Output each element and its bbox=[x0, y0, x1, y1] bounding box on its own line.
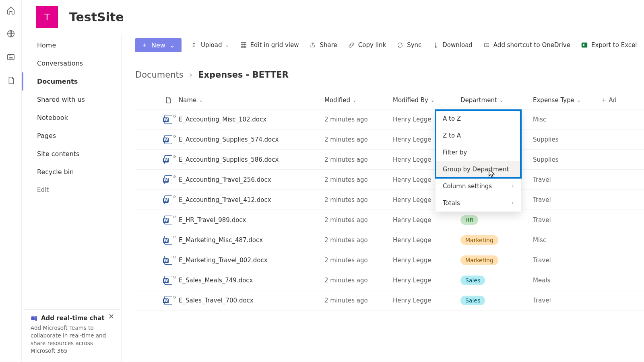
share-button[interactable]: Share bbox=[308, 39, 339, 51]
share-label: Share bbox=[320, 41, 337, 49]
modified-cell: 2 minutes ago bbox=[324, 176, 393, 183]
table-row[interactable]: ⟳E_Accounting_Misc_102.docx 2 minutes ag… bbox=[135, 109, 644, 130]
add-col-label: Ad bbox=[609, 97, 617, 104]
nav-home[interactable]: Home bbox=[22, 36, 121, 54]
department-cell: Marketing bbox=[460, 255, 533, 265]
nav-documents[interactable]: Documents bbox=[22, 72, 121, 90]
grid-icon bbox=[240, 41, 247, 49]
home-icon[interactable] bbox=[6, 6, 16, 15]
nav-conversations[interactable]: Conversations bbox=[22, 54, 121, 72]
word-doc-icon bbox=[164, 236, 172, 245]
new-label: New bbox=[151, 41, 165, 49]
site-title: TestSite bbox=[69, 10, 124, 24]
globe-icon[interactable] bbox=[6, 29, 16, 39]
file-name-cell[interactable]: ⟳E_Sales_Meals_749.docx bbox=[177, 277, 324, 284]
word-doc-icon bbox=[164, 175, 172, 184]
chevron-right-icon: › bbox=[512, 200, 514, 206]
department-cell: Marketing bbox=[460, 235, 533, 245]
add-shortcut-button[interactable]: Add shortcut to OneDrive bbox=[481, 39, 572, 51]
table-row[interactable]: ⟳E_Accounting_Travel_412.docx 2 minutes … bbox=[135, 190, 644, 210]
column-modified-header[interactable]: Modified⌄ bbox=[324, 97, 393, 104]
upload-button[interactable]: ↥ Upload ⌄ bbox=[189, 39, 231, 51]
column-modifiedby-header[interactable]: Modified By⌄ bbox=[393, 97, 460, 104]
column-context-menu: A to Z Z to A Filter by Group by Departm… bbox=[436, 110, 521, 212]
sync-status-icon: ⟳ bbox=[173, 154, 176, 159]
expensetype-cell: Travel bbox=[533, 176, 601, 183]
new-button[interactable]: ＋ New ⌄ bbox=[135, 38, 182, 52]
table-row[interactable]: ⟳E_Sales_Travel_700.docx 2 minutes ago H… bbox=[135, 290, 644, 311]
breadcrumb-leaf: Expenses - BETTER bbox=[198, 70, 289, 80]
chevron-right-icon: › bbox=[189, 70, 192, 80]
column-name-header[interactable]: Name⌄ bbox=[177, 97, 324, 104]
file-name-cell[interactable]: ⟳E_Sales_Travel_700.docx bbox=[177, 297, 324, 304]
nav-edit[interactable]: Edit bbox=[22, 181, 121, 199]
word-doc-icon bbox=[164, 296, 172, 305]
teams-promo-title: Add real-time chat bbox=[41, 315, 105, 322]
shortcut-icon bbox=[483, 41, 490, 49]
edit-grid-button[interactable]: Edit in grid view bbox=[238, 39, 301, 51]
column-expensetype-header[interactable]: Expense Type⌄ bbox=[533, 97, 601, 104]
copy-link-button[interactable]: Copy link bbox=[346, 39, 388, 51]
modified-cell: 2 minutes ago bbox=[324, 257, 393, 264]
menu-totals[interactable]: Totals› bbox=[436, 195, 521, 212]
download-label: Download bbox=[442, 41, 473, 49]
department-pill: Marketing bbox=[460, 235, 498, 245]
file-name-cell[interactable]: ⟳E_Accounting_Travel_256.docx bbox=[177, 176, 324, 183]
expensetype-cell: Travel bbox=[533, 297, 601, 304]
department-pill: Sales bbox=[460, 276, 485, 285]
news-icon[interactable] bbox=[6, 52, 16, 62]
menu-z-to-a[interactable]: Z to A bbox=[436, 127, 521, 144]
expensetype-cell: Misc bbox=[533, 116, 601, 123]
department-cell: Sales bbox=[460, 276, 533, 285]
modified-cell: 2 minutes ago bbox=[324, 116, 393, 123]
column-doctype[interactable] bbox=[159, 96, 177, 104]
col-settings-label: Column settings bbox=[443, 183, 492, 190]
sync-button[interactable]: Sync bbox=[395, 39, 423, 51]
nav-recycle-bin[interactable]: Recycle bin bbox=[22, 163, 121, 181]
file-name-cell[interactable]: ⟳E_Marketing_Misc_487.docx bbox=[177, 237, 324, 244]
department-pill: Sales bbox=[460, 296, 485, 305]
word-doc-icon bbox=[164, 256, 172, 265]
menu-group-by-department[interactable]: Group by Department bbox=[436, 161, 521, 178]
command-bar: ＋ New ⌄ ↥ Upload ⌄ Edit in grid view Sha… bbox=[135, 37, 644, 53]
nav-shared[interactable]: Shared with us bbox=[22, 90, 121, 109]
table-row[interactable]: ⟳E_Accounting_Travel_256.docx 2 minutes … bbox=[135, 170, 644, 190]
file-name-cell[interactable]: ⟳E_Accounting_Misc_102.docx bbox=[177, 116, 324, 123]
add-column-header[interactable]: +Ad bbox=[601, 97, 634, 104]
table-row[interactable]: ⟳E_Accounting_Supplies_574.docx 2 minute… bbox=[135, 130, 644, 150]
download-button[interactable]: ⭳ Download bbox=[430, 39, 474, 51]
nav-site-contents[interactable]: Site contents bbox=[22, 145, 121, 163]
close-icon[interactable]: ✕ bbox=[108, 312, 114, 321]
chevron-right-icon: › bbox=[512, 183, 514, 189]
file-name-cell[interactable]: ⟳E_Accounting_Travel_412.docx bbox=[177, 196, 324, 204]
export-excel-button[interactable]: Export to Excel bbox=[579, 39, 638, 51]
teams-icon bbox=[31, 315, 38, 322]
file-name-cell[interactable]: ⟳E_Accounting_Supplies_574.docx bbox=[177, 136, 324, 143]
table-row[interactable]: ⟳E_Accounting_Supplies_586.docx 2 minute… bbox=[135, 150, 644, 170]
site-logo[interactable]: T bbox=[36, 6, 58, 28]
expensetype-cell: Travel bbox=[533, 257, 601, 264]
table-row[interactable]: ⟳E_Sales_Meals_749.docx 2 minutes ago He… bbox=[135, 270, 644, 290]
table-row[interactable]: ⟳E_Marketing_Travel_002.docx 2 minutes a… bbox=[135, 250, 644, 270]
file-name-cell[interactable]: ⟳E_Marketing_Travel_002.docx bbox=[177, 257, 324, 264]
file-name-cell[interactable]: ⟳E_Accounting_Supplies_586.docx bbox=[177, 156, 324, 163]
nav-notebook[interactable]: Notebook bbox=[22, 109, 121, 127]
menu-a-to-z[interactable]: A to Z bbox=[436, 110, 521, 127]
menu-column-settings[interactable]: Column settings› bbox=[436, 178, 521, 195]
table-row[interactable]: ⟳E_Marketing_Misc_487.docx 2 minutes ago… bbox=[135, 230, 644, 250]
breadcrumb-root[interactable]: Documents bbox=[135, 70, 184, 80]
modified-cell: 2 minutes ago bbox=[324, 136, 393, 143]
download-icon: ⭳ bbox=[432, 41, 439, 49]
nav-pages[interactable]: Pages bbox=[22, 127, 121, 145]
column-department-header[interactable]: Department⌄ bbox=[460, 97, 533, 104]
files-icon[interactable] bbox=[6, 76, 16, 85]
chevron-down-icon: ⌄ bbox=[199, 97, 203, 103]
department-pill: Marketing bbox=[460, 255, 498, 265]
sync-status-icon: ⟳ bbox=[173, 175, 176, 179]
menu-filter-by[interactable]: Filter by bbox=[436, 144, 521, 161]
expensetype-cell: Travel bbox=[533, 196, 601, 204]
word-doc-icon bbox=[164, 135, 172, 144]
chevron-down-icon: ⌄ bbox=[577, 97, 581, 103]
file-name-cell[interactable]: ⟳E_HR_Travel_989.docx bbox=[177, 216, 324, 224]
table-row[interactable]: ⟳E_HR_Travel_989.docx 2 minutes ago Henr… bbox=[135, 210, 644, 230]
